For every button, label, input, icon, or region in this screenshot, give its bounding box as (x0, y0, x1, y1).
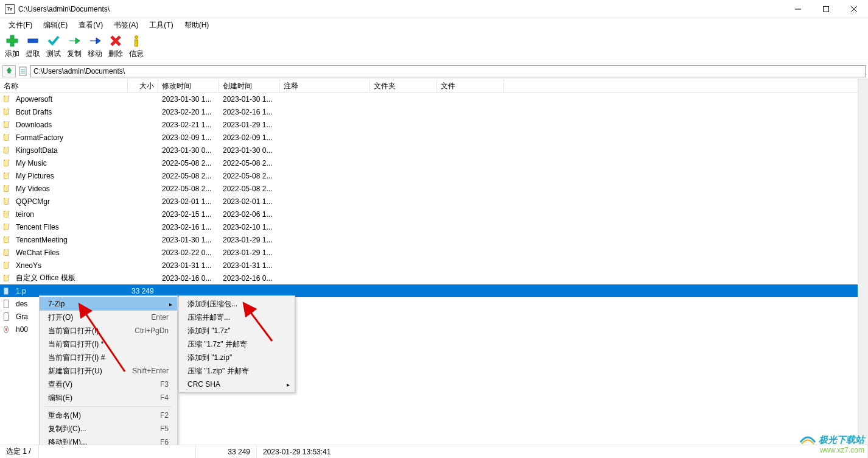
titlebar: 7z C:\Users\admin\Documents\ (0, 0, 868, 18)
menu-item[interactable]: 查看(V)F3 (40, 378, 177, 391)
minimize-button[interactable] (784, 0, 812, 18)
list-row[interactable]: My Videos2022-05-08 2...2022-05-08 2... (0, 182, 868, 195)
menu-help[interactable]: 帮助(H) (180, 19, 214, 32)
path-input[interactable] (30, 65, 866, 77)
menu-item[interactable]: 压缩 "1.zip" 并邮寄 (179, 364, 295, 378)
app-icon: 7z (5, 4, 15, 14)
cell-mtime: 2023-02-16 1... (158, 223, 219, 231)
toolbar-delete[interactable]: 删除 (107, 34, 124, 59)
list-row[interactable]: 自定义 Office 模板2023-02-16 0...2023-02-16 0… (0, 272, 868, 284)
menu-item[interactable]: CRC SHA (179, 378, 295, 391)
menu-edit[interactable]: 编辑(E) (38, 19, 72, 32)
menu-item[interactable]: 当前窗口打开(I)Ctrl+PgDn (40, 324, 177, 337)
cell-ctime: 2022-05-08 2... (219, 159, 280, 167)
column-name[interactable]: 名称 (0, 79, 128, 92)
menu-item-label: 打开(O) (48, 312, 73, 323)
maximize-button[interactable] (812, 0, 840, 18)
menu-item-shortcut: Enter (151, 313, 169, 322)
scrollbar-vertical[interactable] (858, 79, 868, 445)
list-row[interactable]: Apowersoft2023-01-30 1...2023-01-30 1... (0, 93, 868, 105)
menu-item[interactable]: 当前窗口打开(I) # (40, 351, 177, 364)
menu-separator (44, 406, 172, 407)
menu-view[interactable]: 查看(V) (74, 19, 108, 32)
column-ctime[interactable]: 创建时间 (219, 79, 280, 92)
menu-item[interactable]: 编辑(E)F4 (40, 391, 177, 404)
menu-item[interactable]: 当前窗口打开(I) * (40, 337, 177, 351)
list-row[interactable]: WeChat Files2023-02-22 0...2023-01-29 1.… (0, 246, 868, 259)
menu-item[interactable]: 新建窗口打开(U)Shift+Enter (40, 364, 177, 378)
menu-item[interactable]: 复制到(C)...F5 (40, 422, 177, 435)
list-row[interactable]: TencentMeeting2023-01-30 1...2023-01-29 … (0, 233, 868, 246)
menu-item[interactable]: 添加到压缩包... (179, 297, 295, 311)
file-icon (4, 300, 9, 308)
column-mtime[interactable]: 修改时间 (158, 79, 219, 92)
close-button[interactable] (840, 0, 868, 18)
toolbar-info[interactable]: 信息 (128, 34, 145, 59)
list-row[interactable]: My Music2022-05-08 2...2022-05-08 2... (0, 157, 868, 169)
folder-icon (4, 275, 9, 281)
context-submenu-7zip: 添加到压缩包...压缩并邮寄...添加到 "1.7z"压缩 "1.7z" 并邮寄… (178, 295, 295, 393)
cell-name: KingsoftData (12, 146, 128, 155)
menu-tools[interactable]: 工具(T) (144, 19, 178, 32)
menu-item[interactable]: 重命名(M)F2 (40, 409, 177, 422)
folder-icon (4, 262, 9, 269)
menu-file[interactable]: 文件(F) (4, 19, 37, 32)
context-menu: 7-Zip打开(O)Enter当前窗口打开(I)Ctrl+PgDn当前窗口打开(… (39, 295, 178, 458)
cell-name: TencentMeeting (12, 236, 128, 244)
cell-mtime: 2022-05-08 2... (158, 172, 219, 180)
menu-item-label: 压缩 "1.7z" 并邮寄 (187, 339, 247, 350)
list-row[interactable]: My Pictures2022-05-08 2...2022-05-08 2..… (0, 169, 868, 182)
cell-size: 33 249 (128, 287, 158, 295)
window-title: C:\Users\admin\Documents\ (18, 5, 784, 13)
cell-ctime: 2023-01-29 1... (219, 236, 280, 244)
list-row[interactable]: KingsoftData2023-01-30 0...2023-01-30 0.… (0, 144, 868, 157)
menu-item[interactable]: 添加到 "1.7z" (179, 324, 295, 337)
menu-item-label: 添加到 "1.zip" (187, 353, 232, 363)
cell-name: Apowersoft (12, 95, 128, 104)
status-selection: 选定 1 / (0, 445, 39, 458)
column-files[interactable]: 文件 (437, 79, 504, 92)
list-row[interactable]: Downloads2023-02-21 1...2023-01-29 1... (0, 118, 868, 131)
toolbar-add[interactable]: 添加 (4, 34, 21, 59)
cell-name: teiron (12, 210, 128, 219)
html-icon (4, 326, 9, 333)
up-button[interactable] (2, 65, 16, 77)
list-row[interactable]: Bcut Drafts2023-02-20 1...2023-02-16 1..… (0, 105, 868, 118)
folder-icon (4, 224, 9, 230)
column-folders[interactable]: 文件夹 (370, 79, 437, 92)
svg-rect-6 (28, 39, 38, 43)
column-size[interactable]: 大小 (128, 79, 158, 92)
menu-item-label: 添加到压缩包... (187, 299, 237, 309)
cell-mtime: 2023-02-22 0... (158, 248, 219, 257)
list-header: 名称 大小 修改时间 创建时间 注释 文件夹 文件 (0, 79, 868, 93)
toolbar-move[interactable]: 移动 (86, 34, 103, 59)
list-row[interactable]: Tencent Files2023-02-16 1...2023-02-10 1… (0, 220, 868, 233)
folder-icon (4, 96, 9, 102)
menu-item[interactable]: 7-Zip (40, 297, 177, 311)
image-icon (4, 287, 9, 295)
menu-item-label: 添加到 "1.7z" (187, 326, 231, 336)
cell-mtime: 2023-02-16 0... (158, 274, 219, 283)
toolbar-test[interactable]: 测试 (45, 34, 62, 59)
menu-item[interactable]: 压缩 "1.7z" 并邮寄 (179, 337, 295, 351)
menu-item-label: 新建窗口打开(U) (48, 366, 102, 376)
pathbar (0, 63, 868, 79)
cell-name: 自定义 Office 模板 (12, 273, 128, 283)
cell-ctime: 2023-01-31 1... (219, 261, 280, 270)
cell-ctime: 2023-01-30 0... (219, 146, 280, 155)
list-row[interactable]: QQPCMgr2023-02-01 1...2023-02-01 1... (0, 195, 868, 208)
menu-item-shortcut: F2 (160, 411, 169, 420)
plus-icon (5, 34, 19, 48)
menu-item[interactable]: 压缩并邮寄... (179, 311, 295, 324)
list-row[interactable]: teiron2023-02-15 1...2023-02-06 1... (0, 208, 868, 220)
column-comment[interactable]: 注释 (280, 79, 370, 92)
menu-bookmarks[interactable]: 书签(A) (109, 19, 143, 32)
menu-item[interactable]: 添加到 "1.zip" (179, 351, 295, 364)
cell-ctime: 2023-02-06 1... (219, 210, 280, 219)
list-row[interactable]: XneoYs2023-01-31 1...2023-01-31 1... (0, 259, 868, 272)
list-row[interactable]: FormatFactory2023-02-09 1...2023-02-09 1… (0, 131, 868, 144)
toolbar-copy[interactable]: 复制 (66, 34, 83, 59)
cell-mtime: 2023-02-09 1... (158, 133, 219, 142)
menu-item[interactable]: 打开(O)Enter (40, 311, 177, 324)
toolbar-extract[interactable]: 提取 (24, 34, 41, 59)
